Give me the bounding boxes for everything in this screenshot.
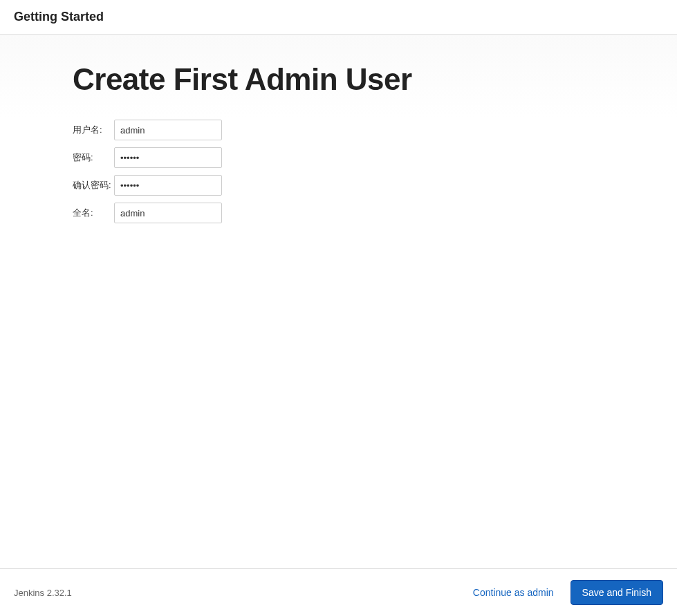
password-input[interactable] — [114, 147, 222, 168]
header: Getting Started — [0, 0, 677, 35]
admin-user-form: 用户名: 密码: 确认密码: 全名: — [73, 116, 222, 227]
header-title: Getting Started — [14, 10, 663, 24]
form-row-password: 密码: — [73, 144, 222, 171]
content-area: Create First Admin User 用户名: 密码: 确认密码: 全… — [0, 35, 677, 568]
form-row-confirm-password: 确认密码: — [73, 171, 222, 199]
form-row-username: 用户名: — [73, 116, 222, 144]
username-label: 用户名: — [73, 116, 114, 144]
username-input[interactable] — [114, 120, 222, 140]
fullname-label: 全名: — [73, 199, 114, 227]
page-title: Create First Admin User — [73, 62, 677, 97]
footer-actions: Continue as admin Save and Finish — [473, 580, 663, 605]
continue-as-admin-button[interactable]: Continue as admin — [473, 587, 554, 598]
save-and-finish-button[interactable]: Save and Finish — [571, 580, 663, 605]
version-label: Jenkins 2.32.1 — [14, 588, 72, 598]
form-row-fullname: 全名: — [73, 199, 222, 227]
confirm-password-label: 确认密码: — [73, 171, 114, 199]
footer: Jenkins 2.32.1 Continue as admin Save an… — [0, 568, 677, 616]
fullname-input[interactable] — [114, 203, 222, 223]
password-label: 密码: — [73, 144, 114, 171]
confirm-password-input[interactable] — [114, 175, 222, 196]
